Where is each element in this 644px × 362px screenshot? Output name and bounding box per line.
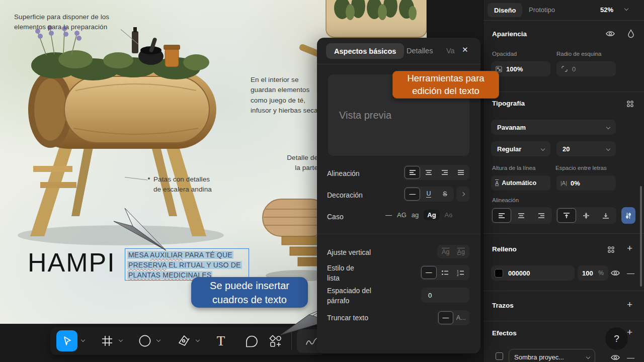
bullet-list-button[interactable]	[437, 266, 453, 279]
preview-label: Vista previa	[339, 110, 391, 121]
stroke-title: Trazos	[492, 302, 514, 309]
trim-top-button[interactable]: Ag	[438, 246, 453, 257]
text-word-misspelled: PRESERVA	[128, 261, 167, 269]
eye-icon[interactable]	[611, 269, 620, 277]
effect-checkbox[interactable]	[496, 352, 503, 360]
frame-tool-chevron[interactable]	[119, 338, 123, 342]
advanced-type-button[interactable]	[621, 207, 635, 224]
opacity-label: Opacidad	[492, 51, 517, 57]
valign-top-button[interactable]	[557, 208, 576, 223]
chevron-down-icon	[586, 355, 590, 359]
valign-middle-button[interactable]	[577, 208, 596, 223]
align-left-button[interactable]	[492, 208, 511, 223]
case-titlecase-button[interactable]: Ag	[424, 210, 439, 220]
paragraph-spacing-input[interactable]: 0	[421, 288, 469, 303]
trim-both-button[interactable]: Ag	[454, 246, 469, 257]
tab-clipped[interactable]: Va	[446, 47, 458, 55]
fill-opacity-input[interactable]: 100 %	[578, 265, 608, 281]
selected-text-box[interactable]: MESA AUXILIAR PARA TÉ QUE PRESERVA EL RI…	[125, 248, 249, 281]
case-none-button[interactable]: —	[385, 211, 392, 219]
tab-details[interactable]: Detalles	[407, 47, 433, 55]
tab-basic-aspects[interactable]: Aspectos básicos	[326, 43, 404, 59]
eye-icon[interactable]	[606, 30, 615, 37]
numbered-list-button[interactable]: 12	[453, 266, 468, 279]
scribble-icon	[304, 335, 318, 347]
strikethrough-glyph: S	[443, 191, 447, 198]
case-label: Caso	[327, 212, 344, 222]
sliders-icon	[625, 212, 632, 219]
close-icon[interactable]: ✕	[462, 45, 468, 54]
typography-title: Tipografía	[492, 100, 525, 107]
list-style-group: — 12	[420, 265, 469, 280]
align-right-button[interactable]	[437, 166, 452, 179]
opacity-input[interactable]: 100%	[491, 61, 550, 76]
help-button[interactable]: ?	[605, 327, 628, 350]
corner-radius-icon	[561, 65, 568, 72]
list-none-button[interactable]: —	[421, 266, 437, 279]
remove-effect-button[interactable]: —	[627, 353, 634, 361]
fill-color-input[interactable]: 000000	[491, 265, 575, 281]
case-smallcaps-button[interactable]: Aɢ	[445, 211, 453, 219]
strikethrough-button[interactable]: S	[437, 188, 453, 201]
frame-tool-button[interactable]	[101, 335, 113, 347]
line-height-input[interactable]: A Automático	[491, 175, 550, 191]
effect-type-select[interactable]: Sombra proyec...	[509, 349, 595, 362]
valign-middle-icon	[583, 212, 590, 219]
move-tool-button[interactable]	[56, 330, 77, 351]
styles-grid-icon[interactable]	[607, 246, 615, 253]
pen-tool-chevron[interactable]	[196, 338, 200, 342]
zoom-level[interactable]: 52%	[600, 6, 613, 14]
vertical-trim-group: Ag Ag	[437, 245, 469, 258]
styles-grid-icon[interactable]	[626, 100, 634, 108]
letter-spacing-input[interactable]: |A| 0%	[556, 175, 616, 191]
blend-droplet-icon[interactable]	[627, 29, 634, 38]
text-word: PARA TÉ QUE	[183, 251, 232, 259]
text-tool-button[interactable]: T	[214, 333, 227, 349]
chevron-down-icon	[541, 147, 545, 151]
font-size-select[interactable]: 20	[556, 141, 616, 156]
opacity-value: 100%	[506, 65, 523, 73]
cursor-icon	[61, 335, 73, 347]
add-effect-button[interactable]: +	[627, 327, 632, 337]
corner-radius-input[interactable]: 0	[556, 61, 616, 76]
add-stroke-button[interactable]: +	[627, 300, 632, 309]
numbered-list-icon: 12	[457, 269, 464, 276]
remove-fill-button[interactable]: —	[627, 268, 634, 277]
font-family-select[interactable]: Pavanam	[491, 120, 616, 135]
add-fill-button[interactable]: +	[627, 243, 632, 253]
align-center-icon	[425, 169, 432, 175]
sidebar-scrollbar[interactable]	[640, 186, 642, 287]
case-lowercase-button[interactable]: ag	[412, 211, 419, 219]
align-right-icon	[538, 213, 545, 219]
align-center-button[interactable]	[512, 208, 531, 223]
callout-text-tools: Herramientas para edición del texto	[392, 71, 499, 99]
align-left-button[interactable]	[405, 166, 420, 179]
valign-bottom-button[interactable]	[596, 208, 615, 223]
align-center-button[interactable]	[421, 166, 436, 179]
decoration-none-button[interactable]: —	[405, 188, 420, 201]
eye-icon[interactable]	[611, 354, 620, 361]
font-style-select[interactable]: Regular	[491, 141, 550, 156]
fill-color-swatch[interactable]	[495, 269, 503, 278]
zoom-chevron-icon[interactable]	[624, 7, 628, 11]
decoration-more-button[interactable]	[456, 187, 469, 202]
trim-both-glyph: Ag	[457, 248, 465, 255]
design-sidebar: Diseño Prototipo 52% Apariencia Opacidad…	[483, 0, 644, 362]
tab-prototype[interactable]: Prototipo	[529, 6, 555, 14]
note-surface: Superficie para disponer de los elemento…	[14, 12, 123, 33]
truncate-on-button[interactable]: A...	[454, 311, 469, 324]
pen-tool-button[interactable]	[178, 334, 190, 347]
truncate-off-button[interactable]: —	[438, 311, 453, 324]
line-height-label: Altura de la línea	[492, 165, 535, 171]
tab-design[interactable]: Diseño	[488, 3, 522, 17]
comment-tool-button[interactable]	[245, 334, 259, 348]
table-body	[28, 70, 216, 149]
paragraph-spacing-label: Espaciado del párrafo	[327, 286, 371, 306]
underline-button[interactable]: U	[421, 188, 436, 201]
align-right-button[interactable]	[532, 208, 551, 223]
move-tool-chevron[interactable]	[81, 338, 85, 342]
ellipse-tool-button[interactable]	[139, 335, 151, 347]
ellipse-tool-chevron[interactable]	[156, 338, 160, 342]
case-uppercase-button[interactable]: AG	[397, 211, 407, 219]
align-justify-button[interactable]	[453, 166, 468, 179]
